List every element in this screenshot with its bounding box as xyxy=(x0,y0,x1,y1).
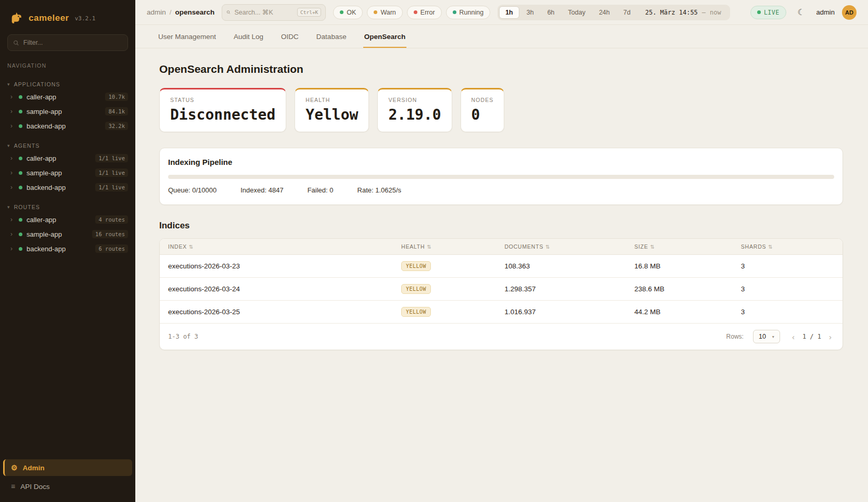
health-badge: YELLOW xyxy=(401,284,431,294)
filter-pill-error[interactable]: Error xyxy=(407,6,442,19)
health-badge: YELLOW xyxy=(401,307,431,317)
live-label: LIVE xyxy=(764,9,780,16)
keyboard-shortcut-hint: Ctrl+K xyxy=(297,8,321,17)
sort-icon: ⇅ xyxy=(189,244,194,250)
api-docs-label: API Docs xyxy=(20,483,49,491)
range-button-1h[interactable]: 1h xyxy=(499,6,519,19)
filter-pill-warn[interactable]: Warn xyxy=(367,6,402,19)
sidebar-filter[interactable] xyxy=(7,34,128,51)
range-button-24h[interactable]: 24h xyxy=(593,6,616,19)
sidebar-item-caller-app[interactable]: › caller-app 10.7k xyxy=(0,89,135,104)
sidebar-item-routes-backend-app[interactable]: › backend-app 6 routes xyxy=(0,241,135,256)
error-status-dot xyxy=(414,10,417,14)
admin-label: Admin xyxy=(23,464,45,472)
chevron-right-icon: › xyxy=(10,155,15,162)
column-header-health[interactable]: HEALTH ⇅ xyxy=(401,243,504,250)
column-header-index[interactable]: INDEX ⇅ xyxy=(168,243,401,250)
row-range-text: 1-3 of 3 xyxy=(168,333,198,340)
sidebar-item-routes-sample-app[interactable]: › sample-app 16 routes xyxy=(0,227,135,241)
section-header-applications[interactable]: ▾ APPLICATIONS xyxy=(0,79,135,89)
tab-audit-log[interactable]: Audit Log xyxy=(233,25,264,48)
cell-shards: 3 xyxy=(741,285,834,293)
previous-page-button[interactable]: ‹ xyxy=(789,331,797,342)
sidebar-filter-input[interactable] xyxy=(23,39,122,46)
sidebar-item-routes-caller-app[interactable]: › caller-app 4 routes xyxy=(0,212,135,227)
cell-documents: 1.016.937 xyxy=(504,308,634,316)
pipeline-title: Indexing Pipeline xyxy=(168,158,834,166)
section-title: AGENTS xyxy=(14,143,40,149)
sidebar-item-agent-sample-app[interactable]: › sample-app 1/1 live xyxy=(0,165,135,180)
stat-label: STATUS xyxy=(170,97,275,103)
cell-documents: 108.363 xyxy=(504,262,634,270)
table-header-row: INDEX ⇅ HEALTH ⇅ DOCUMENTS ⇅ SIZE ⇅ xyxy=(160,239,843,255)
table-row[interactable]: executions-2026-03-23 YELLOW 108.363 16.… xyxy=(160,255,843,278)
breadcrumb-separator: / xyxy=(170,8,172,16)
topbar: admin / opensearch Ctrl+K OK Warn Error xyxy=(135,0,868,25)
nav-section-label: NAVIGATION xyxy=(0,51,135,72)
range-button-7d[interactable]: 7d xyxy=(617,6,637,19)
cell-index: executions-2026-03-25 xyxy=(168,308,401,316)
sidebar-item-admin[interactable]: ⚙ Admin xyxy=(3,459,132,476)
stat-value: Yellow xyxy=(305,106,358,123)
item-badge: 16 routes xyxy=(92,230,128,238)
app-logo[interactable]: cameleer v3.2.1 xyxy=(0,7,135,33)
live-dot xyxy=(757,10,761,14)
chevron-right-icon: › xyxy=(10,245,15,252)
status-dot xyxy=(19,186,22,189)
stat-label: HEALTH xyxy=(305,97,358,103)
time-range-display[interactable]: 25. März 14:55 — now xyxy=(638,9,729,16)
breadcrumb: admin / opensearch xyxy=(147,8,214,16)
user-avatar[interactable]: AD xyxy=(842,5,857,20)
status-dot xyxy=(19,218,22,222)
pill-label: Error xyxy=(420,9,435,16)
topbar-right: LIVE ☾ admin AD xyxy=(750,5,857,20)
pipeline-rate: Rate: 1.0625/s xyxy=(358,186,402,194)
sidebar-item-api-docs[interactable]: ≡ API Docs xyxy=(3,478,132,495)
chevron-right-icon: › xyxy=(10,216,15,223)
chevron-right-icon: › xyxy=(10,230,15,238)
section-title: ROUTES xyxy=(14,204,40,210)
cell-index: executions-2026-03-23 xyxy=(168,262,401,270)
section-header-agents[interactable]: ▾ AGENTS xyxy=(0,140,135,151)
column-header-size[interactable]: SIZE ⇅ xyxy=(634,243,741,250)
range-button-3h[interactable]: 3h xyxy=(520,6,540,19)
sidebar-item-agent-caller-app[interactable]: › caller-app 1/1 live xyxy=(0,151,135,165)
rows-per-page-select[interactable]: 10 ▾ xyxy=(753,330,780,343)
table-row[interactable]: executions-2026-03-24 YELLOW 1.298.357 2… xyxy=(160,278,843,301)
item-label: sample-app xyxy=(27,230,88,238)
sidebar-item-sample-app[interactable]: › sample-app 84.1k xyxy=(0,104,135,119)
global-search[interactable]: Ctrl+K xyxy=(222,4,326,21)
tab-database[interactable]: Database xyxy=(315,25,348,48)
pipeline-stats: Queue: 0/10000 Indexed: 4847 Failed: 0 R… xyxy=(168,186,834,194)
sidebar-item-agent-backend-app[interactable]: › backend-app 1/1 live xyxy=(0,180,135,195)
sort-icon: ⇅ xyxy=(650,244,655,250)
item-badge: 1/1 live xyxy=(95,183,128,191)
tab-user-management[interactable]: User Management xyxy=(157,25,217,48)
next-page-button[interactable]: › xyxy=(826,331,834,342)
sidebar-item-backend-app[interactable]: › backend-app 32.2k xyxy=(0,119,135,133)
page-indicator: 1 / 1 xyxy=(802,333,821,340)
dark-mode-toggle[interactable]: ☾ xyxy=(794,5,809,20)
breadcrumb-root[interactable]: admin xyxy=(147,8,166,16)
tab-opensearch[interactable]: OpenSearch xyxy=(363,25,407,48)
pipeline-queue: Queue: 0/10000 xyxy=(168,186,216,194)
item-label: caller-app xyxy=(27,93,101,101)
range-start: 25. März 14:55 xyxy=(645,9,698,16)
sidebar-section-applications: ▾ APPLICATIONS › caller-app 10.7k › samp… xyxy=(0,79,135,133)
global-search-input[interactable] xyxy=(234,9,293,16)
table-row[interactable]: executions-2026-03-25 YELLOW 1.016.937 4… xyxy=(160,301,843,324)
sidebar: cameleer v3.2.1 NAVIGATION ▾ APPLICATION… xyxy=(0,0,135,502)
filter-pill-ok[interactable]: OK xyxy=(333,6,363,19)
indices-table: INDEX ⇅ HEALTH ⇅ DOCUMENTS ⇅ SIZE ⇅ xyxy=(159,238,843,350)
column-header-shards[interactable]: SHARDS ⇅ xyxy=(741,243,834,250)
status-dot xyxy=(19,247,22,251)
tab-oidc[interactable]: OIDC xyxy=(280,25,300,48)
live-status-badge[interactable]: LIVE xyxy=(750,6,786,19)
filter-pill-running[interactable]: Running xyxy=(446,6,491,19)
cell-index: executions-2026-03-24 xyxy=(168,285,401,293)
column-header-documents[interactable]: DOCUMENTS ⇅ xyxy=(504,243,634,250)
range-button-today[interactable]: Today xyxy=(562,6,592,19)
item-label: backend-app xyxy=(27,245,91,253)
range-button-6h[interactable]: 6h xyxy=(541,6,561,19)
section-header-routes[interactable]: ▾ ROUTES xyxy=(0,202,135,212)
